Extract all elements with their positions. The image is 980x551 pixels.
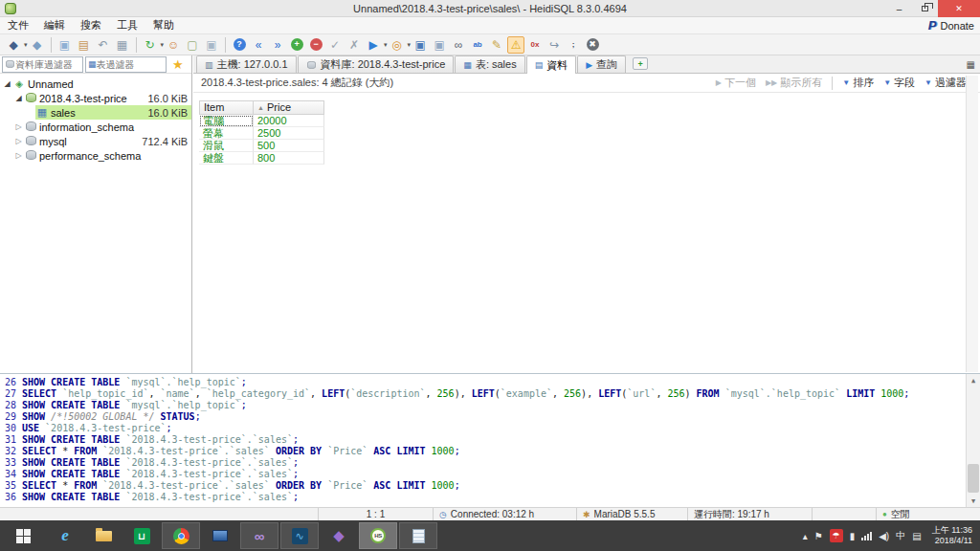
action-button[interactable]: ▶▶ 顯示所有: [766, 76, 822, 90]
warning-filter-icon[interactable]: ⚠: [507, 36, 524, 54]
undo-icon[interactable]: ↶: [95, 36, 112, 54]
visual-studio-icon[interactable]: ∞: [240, 522, 278, 549]
last-record-icon[interactable]: »: [269, 36, 286, 54]
grid-cell[interactable]: 螢幕: [199, 127, 254, 140]
tree-item-Unnamed[interactable]: ◢ ◈ Unnamed: [0, 77, 191, 91]
battery-icon[interactable]: ▮: [850, 531, 856, 541]
tray-expand-icon[interactable]: ▴: [803, 531, 808, 541]
add-record-icon[interactable]: +: [288, 36, 305, 54]
grid-cell[interactable]: 滑鼠: [199, 140, 254, 152]
grid-cell[interactable]: 800: [254, 152, 324, 165]
database-filter-box[interactable]: [2, 56, 83, 73]
status-segment-6[interactable]: ●空閒: [877, 508, 980, 521]
tab-1[interactable]: 資料庫: 2018.4.3-test-price: [298, 55, 455, 73]
letters-case-icon[interactable]: ab: [469, 36, 486, 54]
tab-4[interactable]: ▶查詢: [577, 55, 626, 73]
action-button[interactable]: ▼ 字段: [883, 76, 915, 90]
heidisql-taskbar-icon[interactable]: HS: [359, 522, 397, 549]
close-button[interactable]: ✕: [938, 0, 980, 17]
donate-button[interactable]: P Donate: [928, 18, 974, 33]
expand-arrow-icon[interactable]: ◢: [2, 79, 12, 88]
disconnect-icon[interactable]: ◆: [29, 36, 46, 54]
tree-item-mysql[interactable]: ▷ mysql 712.4 KiB: [0, 134, 191, 148]
collapse-arrow-icon[interactable]: ▷: [13, 122, 24, 131]
restore-button[interactable]: [912, 0, 938, 17]
notepad-icon[interactable]: [399, 522, 437, 549]
taskbar-clock[interactable]: 上午 11:36 2018/4/11: [928, 525, 972, 546]
foreign-key-icon[interactable]: ↪: [546, 36, 563, 54]
internet-explorer-icon[interactable]: e: [46, 520, 84, 551]
table-filter-box[interactable]: ▦: [85, 56, 167, 73]
menu-item[interactable]: 搜索: [73, 19, 109, 31]
cancel-edit-icon[interactable]: ✗: [345, 36, 363, 54]
print-icon[interactable]: ▦: [114, 36, 131, 54]
dropdown-arrow-icon[interactable]: ▾: [408, 41, 412, 49]
database-filter-input[interactable]: [15, 59, 75, 70]
action-center-icon[interactable]: ▤: [912, 531, 921, 541]
dropdown-arrow-icon[interactable]: ▾: [161, 41, 165, 49]
tree-item-sales[interactable]: ▦ sales 16.0 KiB: [0, 105, 191, 120]
copy-file-icon[interactable]: ▣: [203, 36, 220, 54]
save-icon[interactable]: ▣: [412, 36, 429, 54]
new-file-icon[interactable]: ▢: [184, 36, 201, 54]
favorites-star-icon[interactable]: ★: [172, 57, 184, 72]
new-query-tab-icon[interactable]: +: [633, 57, 648, 70]
table-filter-input[interactable]: [97, 59, 156, 70]
network-signal-icon[interactable]: [861, 531, 872, 540]
scroll-down-icon[interactable]: ▼: [967, 495, 980, 507]
copy-icon[interactable]: ▣: [56, 36, 74, 54]
tree-item-information_schema[interactable]: ▷ information_schema: [0, 120, 191, 134]
minimize-button[interactable]: –: [886, 0, 912, 17]
tree-item-performance_schema[interactable]: ▷ performance_schema: [0, 148, 191, 163]
edit-icon[interactable]: ✎: [488, 36, 505, 54]
paste-icon[interactable]: ▤: [76, 36, 93, 54]
action-button[interactable]: ▼ 過濾器: [924, 76, 967, 90]
grid-cell[interactable]: 500: [254, 140, 324, 152]
column-header-Item[interactable]: Item: [199, 100, 254, 115]
sql-log-panel[interactable]: 26SHOW CREATE TABLE `mysql`.`help_topic`…: [0, 373, 980, 507]
action-button[interactable]: ▼ 排序: [842, 76, 874, 90]
dropdown-arrow-icon[interactable]: ▾: [24, 41, 28, 49]
tree-item-2018.4.3-test-price[interactable]: ◢ 2018.4.3-test-price 16.0 KiB: [0, 91, 191, 105]
windows-store-icon[interactable]: ⊔: [122, 520, 161, 551]
collapse-arrow-icon[interactable]: ▷: [13, 151, 24, 160]
grid-scrollbar[interactable]: [966, 76, 978, 372]
dropdown-arrow-icon[interactable]: ▾: [384, 41, 388, 49]
vs-purple-icon[interactable]: ◆: [320, 520, 358, 551]
post-record-icon[interactable]: ✓: [326, 36, 344, 54]
collapse-arrow-icon[interactable]: ▷: [13, 137, 24, 145]
semicolon-icon[interactable]: ;: [565, 36, 582, 54]
user-manager-icon[interactable]: ☺: [165, 36, 182, 54]
tab-0[interactable]: ▥主機: 127.0.0.1: [196, 55, 297, 73]
binoculars-icon[interactable]: ∞: [450, 36, 467, 54]
delete-record-icon[interactable]: −: [307, 36, 324, 54]
column-header-Price[interactable]: ▲Price: [254, 100, 324, 115]
remote-desktop-icon[interactable]: [201, 520, 239, 551]
grid-cell[interactable]: 電腦: [199, 115, 254, 127]
tab-list-icon[interactable]: ▦: [967, 59, 975, 70]
hex-view-icon[interactable]: 0x: [526, 36, 544, 54]
log-scrollbar[interactable]: ▲ ▼: [966, 374, 980, 507]
execute-icon[interactable]: ▶: [365, 36, 382, 54]
find-icon[interactable]: ◎: [389, 36, 406, 54]
grid-cell[interactable]: 2500: [254, 127, 324, 140]
scroll-up-icon[interactable]: ▲: [967, 374, 980, 387]
chrome-icon[interactable]: [162, 522, 200, 549]
start-button[interactable]: [0, 520, 46, 551]
menu-item[interactable]: 工具: [109, 19, 145, 31]
grid-cell[interactable]: 20000: [254, 115, 324, 127]
mysql-workbench-icon[interactable]: ∿: [280, 522, 319, 549]
refresh-icon[interactable]: ↻: [142, 36, 159, 54]
action-button[interactable]: ▶ 下一個: [716, 76, 756, 90]
expand-arrow-icon[interactable]: ◢: [13, 94, 24, 102]
stop-icon[interactable]: ✖: [584, 36, 601, 54]
tab-3[interactable]: ▤資料: [526, 55, 577, 74]
tray-flag-icon[interactable]: ⚑: [814, 531, 823, 541]
file-explorer-icon[interactable]: [84, 520, 122, 551]
help-icon[interactable]: ?: [231, 36, 248, 54]
volume-icon[interactable]: ◀): [879, 531, 889, 541]
grid-cell[interactable]: 鍵盤: [199, 152, 254, 165]
connect-icon[interactable]: ◆: [5, 36, 22, 54]
menu-item[interactable]: 文件: [0, 19, 36, 31]
save-as-icon[interactable]: ▣: [431, 36, 448, 54]
